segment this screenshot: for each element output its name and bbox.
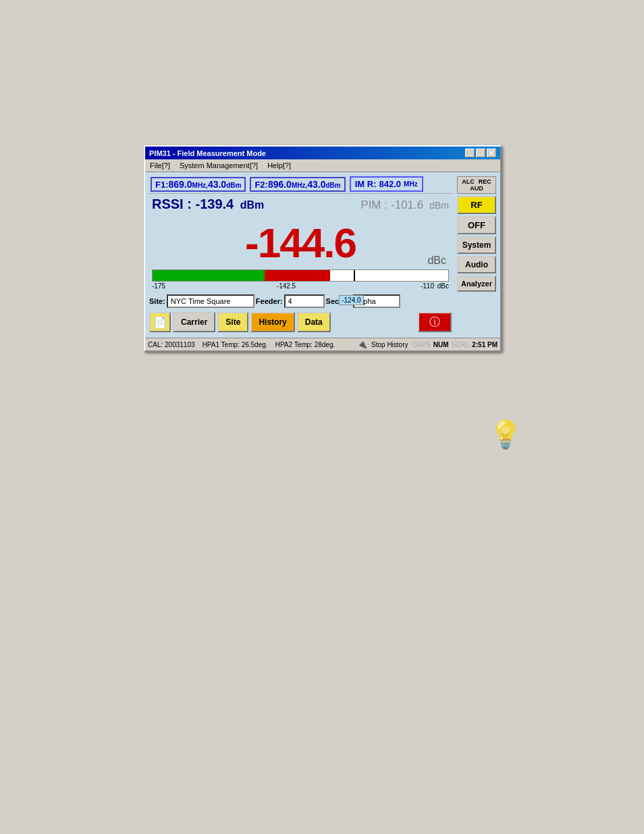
level-current-value: -124.0 — [342, 296, 360, 304]
f2-box: F2: 896.0 MHz, 43.0 dBm — [250, 177, 345, 192]
analyzer-button[interactable]: Analyzer — [457, 276, 496, 292]
aud-label: AUD — [470, 185, 483, 192]
hpa2-text: HPA2 Temp: 28deg. — [275, 341, 336, 348]
f1-dbm-unit: dBm — [226, 182, 241, 189]
level-max-val: -110 — [421, 282, 434, 290]
pim-value: -101.6 — [391, 199, 423, 211]
menu-system-management[interactable]: System Management[?] — [178, 161, 260, 170]
dbc-unit-label: dBc — [427, 255, 446, 267]
info-icon: ⓘ — [429, 315, 440, 330]
pim-label: PIM : — [360, 199, 387, 211]
f1-mhz-value: 869.0 — [169, 179, 192, 190]
level-bar-track — [152, 269, 449, 282]
pim-unit: dBm — [429, 200, 449, 211]
main-window: PIM31 - Field Measurement Mode _ □ ✕ Fil… — [144, 145, 502, 352]
f2-label: F2: — [254, 180, 268, 190]
status-indicators: CAPS NUM SCRL 2:51 PM — [412, 341, 498, 348]
rec-label: REC — [479, 178, 491, 185]
cal-text: CAL: 20031103 — [148, 341, 195, 348]
big-value-row: -144.6 dBc — [148, 213, 453, 267]
alc-rec-labels: ALC REC — [462, 178, 491, 185]
menu-help[interactable]: Help[?] — [265, 161, 293, 170]
f2-mhz-value: 896.0 — [268, 179, 292, 190]
level-bar-green — [153, 270, 265, 281]
pim-reading: PIM : -101.6 dBm — [360, 198, 449, 212]
rf-button[interactable]: RF — [457, 196, 496, 214]
right-panel: ALC REC AUD RF OFF System Audio Analyzer — [456, 175, 498, 335]
site-field: Site: — [149, 294, 254, 308]
stop-history-status: Stop History — [371, 341, 408, 348]
close-button[interactable]: ✕ — [487, 149, 496, 157]
off-button[interactable]: OFF — [457, 216, 496, 234]
f2-mhz-unit: MHz, — [292, 182, 307, 189]
rssi-unit: dBm — [240, 199, 265, 211]
f1-box: F1: 869.0 MHz, 43.0 dBm — [151, 177, 246, 192]
imr-mhz-value: 842.0 — [379, 179, 402, 189]
level-bar-red — [265, 270, 329, 281]
site-label: Site: — [149, 297, 165, 305]
audio-button[interactable]: Audio — [457, 256, 496, 273]
data-button[interactable]: Data — [297, 312, 331, 332]
left-panel: F1: 869.0 MHz, 43.0 dBm F2: 896.0 MHz, 4… — [148, 175, 453, 335]
minimize-button[interactable]: _ — [465, 149, 475, 157]
site-input[interactable] — [167, 294, 254, 308]
level-labels: -175 -142.5 -110 dBc — [152, 282, 449, 290]
level-unit: dBc — [437, 282, 449, 290]
action-button-row: 📄 Carrier Site History Data ⓘ — [148, 311, 453, 335]
maximize-button[interactable]: □ — [476, 149, 485, 157]
site-button[interactable]: Site — [217, 312, 248, 332]
alc-rec-indicator: ALC REC AUD — [457, 176, 496, 194]
document-button[interactable]: 📄 — [149, 312, 171, 332]
f2-dbm-value: 43.0 — [307, 179, 325, 190]
aud-text: AUD — [470, 185, 483, 192]
level-bar-marker — [354, 270, 355, 281]
info-button[interactable]: ⓘ — [418, 312, 452, 332]
f1-mhz-unit: MHz, — [192, 182, 208, 189]
level-min: -175 — [152, 282, 165, 290]
imr-mhz-unit: MHz — [404, 180, 418, 188]
level-current-label: -124.0 — [339, 295, 363, 305]
feeder-field: Feeder: — [256, 294, 325, 308]
frequency-row: F1: 869.0 MHz, 43.0 dBm F2: 896.0 MHz, 4… — [148, 175, 453, 194]
carrier-button[interactable]: Carrier — [173, 312, 215, 332]
site-info-row: Site: Feeder: Sector: — [148, 292, 453, 311]
imr-box: IM R: 842.0 MHz — [350, 176, 423, 192]
lightbulb-icon: 💡 — [489, 419, 522, 450]
title-bar-buttons: _ □ ✕ — [465, 149, 496, 157]
title-bar: PIM31 - Field Measurement Mode _ □ ✕ — [145, 147, 500, 159]
network-icon: 🔌 — [357, 340, 367, 349]
num-indicator: NUM — [433, 341, 449, 348]
history-button[interactable]: History — [250, 312, 294, 332]
level-bar-container: -175 -142.5 -110 dBc -124.0 — [148, 267, 453, 292]
window-title: PIM31 - Field Measurement Mode — [149, 149, 266, 157]
level-mid: -142.5 — [277, 282, 296, 290]
f1-dbm-value: 43.0 — [208, 179, 226, 190]
hpa1-text: HPA1 Temp: 26.5deg. — [203, 341, 268, 348]
status-bar: CAL: 20031103 HPA1 Temp: 26.5deg. HPA2 T… — [145, 338, 500, 350]
imr-label: IM R: — [355, 179, 377, 189]
scrl-indicator: SCRL — [452, 341, 470, 348]
system-button[interactable]: System — [457, 236, 496, 254]
f2-dbm-unit: dBm — [326, 182, 341, 189]
rssi-label: RSSI : — [152, 197, 192, 211]
menu-bar: File[?] System Management[?] Help[?] — [145, 159, 500, 172]
main-content: F1: 869.0 MHz, 43.0 dBm F2: 896.0 MHz, 4… — [145, 172, 500, 338]
status-cal: CAL: 20031103 HPA1 Temp: 26.5deg. HPA2 T… — [148, 341, 353, 348]
clock: 2:51 PM — [472, 341, 498, 348]
alc-label: ALC — [462, 178, 475, 185]
rssi-pim-row: RSSI : -139.4 dBm PIM : -101.6 dBm — [148, 194, 453, 213]
rssi-reading: RSSI : -139.4 dBm — [152, 197, 264, 212]
feeder-label: Feeder: — [256, 297, 283, 305]
menu-file[interactable]: File[?] — [148, 161, 172, 170]
feeder-input[interactable] — [284, 294, 325, 308]
caps-indicator: CAPS — [412, 341, 431, 348]
level-max: -110 dBc — [421, 282, 449, 290]
rssi-value: -139.4 — [195, 197, 234, 211]
big-value-display: -144.6 — [245, 219, 356, 267]
f1-label: F1: — [155, 180, 169, 190]
